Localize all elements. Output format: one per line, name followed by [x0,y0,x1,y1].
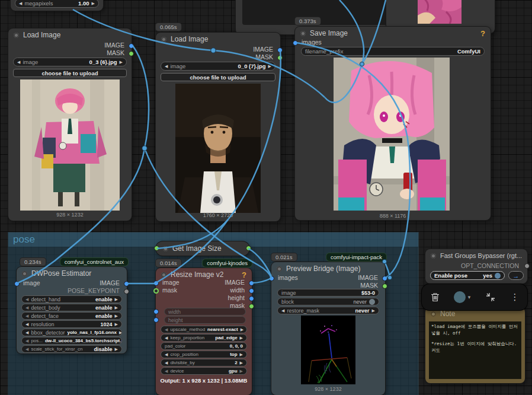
input-socket-image[interactable] [153,281,159,286]
output-socket-pose-keypoint[interactable] [124,289,129,294]
output-socket-image[interactable] [129,43,134,49]
node-header[interactable]: Preview Bridge (Image) [271,262,385,275]
input-socket-mask[interactable] [153,288,159,294]
widget-block[interactable]: block never [277,298,379,305]
widget-keep-proportion[interactable]: ◀ keep_proportion pad_edge ▶ [161,334,247,342]
widget-divisible-by[interactable]: ◀ divisible_by 2 ▶ [161,359,247,367]
goto-group-button[interactable]: → [508,271,524,280]
node-header[interactable]: Get Image Size [156,241,249,256]
widget-detect-face[interactable]: ◀ detect_face enable ▶ [21,312,122,320]
help-icon[interactable]: ? [480,29,485,38]
collapse-dot-icon[interactable] [431,311,436,317]
reroute-dot[interactable] [142,146,147,151]
megapixels-widget[interactable]: ◀ megapixels 1.00 ▶ [15,0,99,8]
node-header[interactable]: Fast Groups Bypasser (rgt... [425,249,527,262]
combo-prev-icon[interactable]: ◀ [25,330,28,335]
node-save-image[interactable]: 0.373s Save Image ? images filename_pref… [295,27,491,220]
help-icon[interactable]: ? [242,270,246,279]
collapse-dot-icon[interactable] [431,253,436,259]
combo-prev-icon[interactable]: ◀ [25,297,28,302]
combo-prev-icon[interactable]: ◀ [165,361,168,365]
combo-next-icon[interactable]: ▶ [119,330,122,335]
combo-next-icon[interactable]: ▶ [240,336,243,340]
output-socket-image[interactable] [124,281,129,286]
widget-height-linked[interactable]: height [164,316,246,324]
node-header[interactable]: Save Image ? [295,27,491,40]
collapse-dot-icon[interactable] [161,272,166,278]
node-resize-image-v2[interactable]: 0.014s comfyui-kjnodes Resize Image v2 ?… [156,268,252,395]
output-socket-height[interactable] [249,296,254,301]
combo-prev-icon[interactable]: ◀ [165,369,168,374]
output-socket-image[interactable] [382,276,387,281]
widget-pose-estimator[interactable]: ◀ pos... dw-ll_ucoco_384_bs5.torchscript… [21,337,122,345]
collapse-dot-icon[interactable] [277,266,282,272]
output-socket-mask[interactable] [249,304,254,309]
widget-scale-stick[interactable]: ◀ scale_stick_for_xinsr_cn disable ▶ [21,345,122,353]
collapse-dot-icon[interactable] [22,271,27,276]
output-socket-mask[interactable] [129,51,134,56]
widget-resolution[interactable]: ◀ resolution 1024 ▶ [21,320,122,328]
combo-next-icon[interactable]: ▶ [92,1,95,6]
node-note[interactable]: Note *load image에 포즈뽑을 이미지를 먼저 넣을 시, off… [425,307,525,383]
choose-file-button[interactable]: choose file to upload [13,69,127,77]
combo-next-icon[interactable]: ▶ [372,308,375,313]
input-socket-images[interactable] [269,276,274,281]
node-load-image-center[interactable]: 0.065s Load Image IMAGE MASK ◀ image 0_0… [156,33,280,221]
combo-prev-icon[interactable]: ◀ [19,1,22,6]
widget-pad-color[interactable]: pad_color 0, 0, 0 [161,342,247,350]
collapse-dot-icon[interactable] [163,246,168,251]
combo-prev-icon[interactable]: ◀ [25,314,28,318]
collapse-dot-icon[interactable] [14,33,19,38]
widget-device[interactable]: ◀ device gpu ▶ [161,367,247,375]
combo-next-icon[interactable]: ▶ [241,327,243,332]
widget-detect-body[interactable]: ◀ detect_body enable ▶ [21,304,122,311]
output-socket-width[interactable] [249,288,254,294]
node-header[interactable]: DWPose Estimator [17,267,127,280]
widget-detect-hand[interactable]: ◀ detect_hand enable ▶ [21,295,122,303]
node-header[interactable]: Load Image [8,28,132,42]
input-socket[interactable] [154,246,159,251]
combo-prev-icon[interactable]: ◀ [17,60,20,65]
enable-pose-toggle-widget[interactable]: Enable pose yes [430,271,505,280]
collapse-dot-icon[interactable] [300,31,306,36]
input-socket-width-widget[interactable] [153,309,159,314]
input-socket-images[interactable] [293,40,298,46]
combo-next-icon[interactable]: ▶ [115,314,118,318]
node-fast-groups-bypasser[interactable]: Fast Groups Bypasser (rgt... OPT_CONNECT… [425,249,527,283]
block-toggle[interactable] [369,299,375,305]
collapse-node-button[interactable] [476,284,505,310]
delete-node-button[interactable] [422,284,448,310]
widget-image-id[interactable]: image $53-0 [277,289,379,297]
node-header[interactable]: Load Image [156,33,280,46]
combo-next-icon[interactable]: ▶ [268,64,271,69]
output-socket-mask[interactable] [382,283,387,289]
combo-prev-icon[interactable]: ◀ [165,327,168,332]
widget-upscale-method[interactable]: ◀ upscale_method nearest-exact ▶ [161,326,247,333]
combo-prev-icon[interactable]: ◀ [281,308,284,313]
combo-prev-icon[interactable]: ◀ [25,305,28,310]
combo-next-icon[interactable]: ▶ [115,305,118,310]
image-file-widget[interactable]: ◀ image 0_3 (6).jpg ▶ [13,58,127,66]
input-socket-image[interactable] [14,281,20,286]
combo-next-icon[interactable]: ▶ [240,352,243,357]
output-socket-image[interactable] [277,47,283,53]
choose-file-button[interactable]: choose file to upload [161,73,275,81]
combo-next-icon[interactable]: ▶ [115,322,118,327]
node-megapixels[interactable]: ◀ megapixels 1.00 ▶ [11,0,103,11]
output-socket-opt-connection[interactable] [524,263,530,269]
combo-next-icon[interactable]: ▶ [240,361,243,365]
image-file-widget[interactable]: ◀ image 0_0 (7).jpg ▶ [161,62,275,71]
combo-next-icon[interactable]: ▶ [115,347,118,352]
node-get-image-size[interactable]: Get Image Size [156,241,249,256]
combo-prev-icon[interactable]: ◀ [25,339,28,343]
combo-next-icon[interactable]: ▶ [115,297,118,302]
widget-width-linked[interactable]: width [164,308,246,316]
filename-prefix-widget[interactable]: filename_prefix ComfyUI [301,47,485,56]
more-options-button[interactable]: ⋮ [505,284,525,310]
output-socket-mask[interactable] [277,55,283,60]
node-color-picker[interactable]: ▾ [448,284,476,310]
node-dwpose-estimator[interactable]: 0.234s comfyui_controlnet_aux DWPose Est… [17,267,127,353]
widget-restore-mask[interactable]: ◀ restore_mask never ▶ [277,307,379,314]
output-socket[interactable] [246,246,251,251]
combo-prev-icon[interactable]: ◀ [25,322,28,327]
